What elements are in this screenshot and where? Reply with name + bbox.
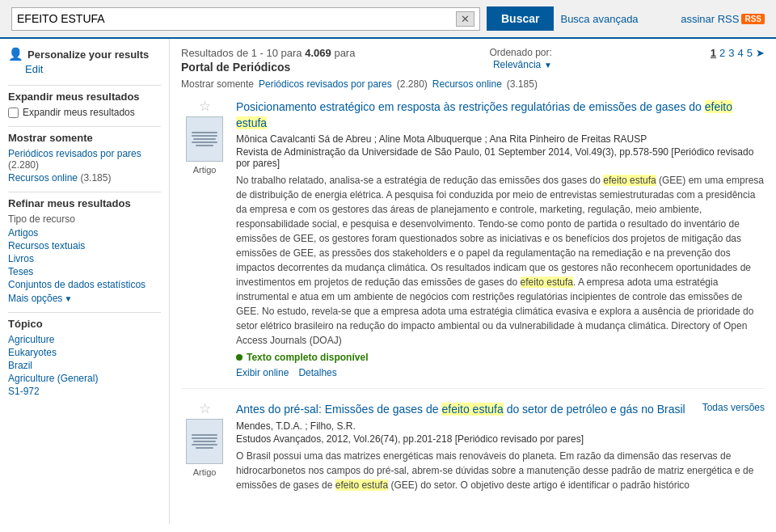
- thumb-line-2: [192, 135, 217, 137]
- divider-2: [8, 126, 161, 127]
- main-layout: 👤 Personalize your results Edit Expandir…: [0, 39, 776, 524]
- artigos-link[interactable]: Artigos: [8, 227, 161, 239]
- sort-section: Ordenado por: Relevância ▼: [489, 47, 551, 70]
- article-2-left: ☆ Artigo: [181, 402, 228, 492]
- sort-value[interactable]: Relevância: [493, 59, 541, 70]
- article-1-authors: Mônica Cavalcanti Sá de Abreu ; Aline Mo…: [236, 133, 765, 145]
- chevron-down-icon: ▼: [64, 294, 72, 303]
- article-2-authors: Mendes, T.D.A. ; Filho, S.R.: [236, 420, 765, 432]
- divider-1: [8, 85, 161, 86]
- page-1[interactable]: 1: [711, 47, 716, 59]
- article-2-journal: Estudos Avançados, 2012, Vol.26(74), pp.…: [236, 433, 765, 445]
- article-2-abstract: O Brasil possui uma das matrizes energét…: [236, 449, 765, 492]
- article-1-left: ☆ Artigo: [181, 99, 228, 378]
- full-text-label: Texto completo disponível: [247, 352, 368, 363]
- search-input[interactable]: [17, 12, 453, 25]
- article-1-details-link[interactable]: Detalhes: [298, 367, 336, 378]
- expand-checkbox[interactable]: [8, 108, 19, 118]
- page-next-icon[interactable]: ➤: [756, 47, 765, 59]
- topic1-link[interactable]: Agriculture: [8, 334, 161, 345]
- page-4[interactable]: 4: [738, 47, 744, 59]
- header: ✕ Buscar Busca avançada assinar RSS RSS: [0, 0, 776, 39]
- edit-link[interactable]: Edit: [25, 63, 161, 75]
- recursos-textuais-link[interactable]: Recursos textuais: [8, 240, 161, 251]
- filter-bar: Mostrar somente Periódicos revisados por…: [181, 78, 765, 90]
- count-number: 4.069: [305, 47, 331, 59]
- show-only-title: Mostrar somente: [8, 132, 161, 144]
- thumb-line-1: [192, 132, 217, 133]
- article-1-online-link[interactable]: Exibir online: [236, 367, 289, 378]
- thumb-line-3: [193, 138, 216, 140]
- topic-title: Tópico: [8, 318, 161, 330]
- filter-peer-link[interactable]: Periódicos revisados por pares: [259, 78, 392, 90]
- results-count-line: Resultados de 1 - 10 para 4.069 para: [181, 47, 355, 59]
- page-2[interactable]: 2: [719, 47, 725, 59]
- results-source: Portal de Periódicos: [181, 61, 355, 74]
- show-only-section: Mostrar somente Periódicos revisados por…: [8, 132, 161, 184]
- mais-opcoes-link[interactable]: Mais opções ▼: [8, 293, 161, 304]
- article-2-all-versions-link[interactable]: Todas versões: [702, 402, 765, 413]
- article-1-thumb: [186, 116, 223, 162]
- article-1-full-text: Texto completo disponível: [236, 352, 765, 363]
- rss-icon: RSS: [741, 14, 765, 24]
- personalize-header: 👤 Personalize your results: [8, 47, 161, 61]
- online-sidebar-count: (3.185): [80, 172, 111, 184]
- pagination: 1 2 3 4 5 ➤: [711, 47, 765, 59]
- conjuntos-link[interactable]: Conjuntos de dados estatísticos: [8, 279, 161, 290]
- article-1-journal: Revista de Administração da Universidade…: [236, 146, 765, 169]
- thumb2-line-4: [192, 444, 217, 445]
- filter-peer-count: (2.280): [397, 78, 428, 90]
- sort-label: Ordenado por:: [489, 47, 551, 58]
- article-1-title-link[interactable]: Posicionamento estratégico em resposta à…: [236, 99, 765, 131]
- rss-link[interactable]: assinar RSS RSS: [681, 13, 765, 25]
- topic5-link[interactable]: S1-972: [8, 386, 161, 397]
- article-2-title-link[interactable]: Antes do pré-sal: Emissões de gases de e…: [236, 402, 765, 418]
- expand-checkbox-text: Expandir meus resultados: [23, 107, 135, 118]
- expand-checkbox-label[interactable]: Expandir meus resultados: [8, 107, 161, 118]
- advanced-search-link[interactable]: Busca avançada: [560, 13, 638, 25]
- peer-reviewed-sidebar-text: Periódicos revisados por pares: [8, 148, 141, 159]
- article-item-2: ☆ Artigo Todas versões Antes do pré-sal:…: [181, 402, 765, 492]
- search-box: ✕: [11, 7, 480, 31]
- article-2-type-label: Artigo: [193, 467, 217, 477]
- article-2-title-highlight: efeito estufa: [441, 403, 503, 416]
- peer-reviewed-sidebar-link[interactable]: Periódicos revisados por pares (2.280): [8, 148, 161, 171]
- online-sidebar-text: Recursos online: [8, 172, 78, 184]
- filter-online-link[interactable]: Recursos online: [432, 78, 502, 90]
- teses-link[interactable]: Teses: [8, 266, 161, 277]
- resource-type-label: Tipo de recurso: [8, 213, 161, 225]
- expand-title: Expandir meus resultados: [8, 91, 161, 103]
- search-button[interactable]: Buscar: [487, 6, 554, 31]
- topic4-link[interactable]: Agriculture (General): [8, 373, 161, 384]
- filter-label: Mostrar somente: [181, 78, 254, 90]
- page-3[interactable]: 3: [728, 47, 734, 59]
- topic3-link[interactable]: Brazil: [8, 360, 161, 371]
- results-meta-row: Resultados de 1 - 10 para 4.069 para Por…: [181, 47, 765, 74]
- sidebar: 👤 Personalize your results Edit Expandir…: [0, 39, 170, 524]
- article-2-title-part1: Antes do pré-sal: Emissões de gases de: [236, 403, 441, 416]
- thumb2-line-1: [192, 434, 217, 436]
- star-button-2[interactable]: ☆: [199, 402, 211, 416]
- article-2-body: Todas versões Antes do pré-sal: Emissões…: [236, 402, 765, 492]
- sort-arrow-icon: ▼: [544, 61, 552, 70]
- thumb2-line-2: [192, 437, 217, 439]
- personalize-title: Personalize your results: [27, 49, 149, 61]
- topic2-link[interactable]: Eukaryotes: [8, 347, 161, 358]
- article-1-abstract: No trabalho relatado, analisa-se a estra…: [236, 173, 765, 348]
- article-1-body: Posicionamento estratégico em resposta à…: [236, 99, 765, 378]
- star-button-1[interactable]: ☆: [199, 99, 211, 113]
- clear-button[interactable]: ✕: [456, 11, 474, 27]
- article-item-1: ☆ Artigo Posicionamento estratégico em r…: [181, 99, 765, 389]
- rss-link-text: assinar RSS: [681, 13, 739, 25]
- livros-link[interactable]: Livros: [8, 253, 161, 264]
- count-text: Resultados de 1 - 10 para: [181, 47, 302, 59]
- article-1-title-part1: Posicionamento estratégico em resposta à…: [236, 100, 705, 113]
- filter-online-count: (3.185): [507, 78, 538, 90]
- peer-sidebar-count: (2.280): [8, 159, 39, 171]
- article-2-thumb: [186, 419, 223, 464]
- online-sidebar-link[interactable]: Recursos online (3.185): [8, 172, 161, 184]
- page-5[interactable]: 5: [747, 47, 753, 59]
- person-icon: 👤: [8, 47, 23, 61]
- article-2-title-part2: do setor de petróleo e gás no Brasil: [504, 403, 685, 416]
- personalize-section: 👤 Personalize your results Edit: [8, 47, 161, 75]
